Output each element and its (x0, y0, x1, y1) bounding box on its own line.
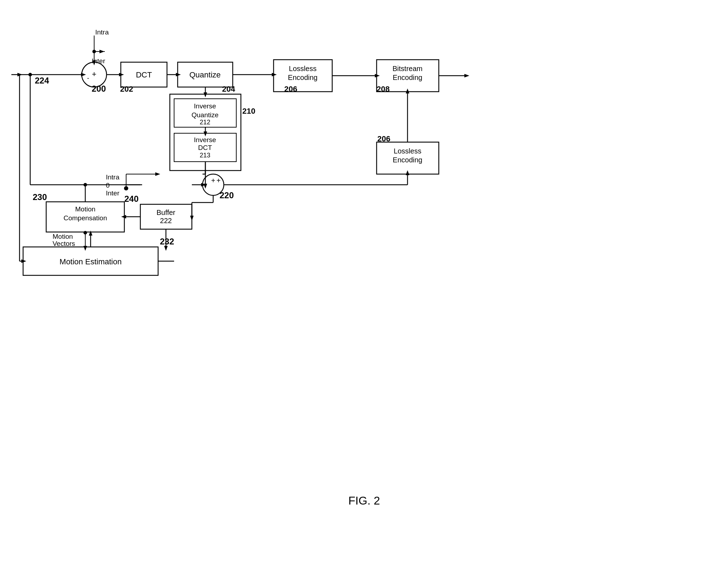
lossless-encoding-right-label1: Lossless (394, 147, 421, 155)
buffer-label2: 222 (160, 217, 172, 225)
lossless-encoding-right-label2: Encoding (393, 156, 422, 164)
bitstream-encoding-label2: Encoding (393, 74, 422, 81)
inv-quantize-number: 212 (200, 119, 210, 126)
svg-text:+: + (92, 70, 97, 79)
inv-quantize-label2: Quantize (192, 111, 219, 119)
label-224: 224 (35, 76, 49, 85)
label-202: 202 (120, 85, 133, 93)
intra-label-top: Intra (95, 28, 109, 36)
figure-caption: FIG. 2 (349, 494, 380, 507)
label-206-top: 206 (284, 85, 297, 93)
lossless-encoding-top-label2: Encoding (288, 74, 317, 81)
label-230: 230 (33, 192, 47, 202)
inter-label: Inter (92, 57, 106, 65)
svg-rect-0 (0, 0, 728, 577)
label-220: 220 (220, 190, 234, 200)
bitstream-encoding-label1: Bitstream (393, 65, 422, 72)
inv-quantize-label1: Inverse (194, 102, 216, 110)
inv-dct-label1: Inverse (194, 136, 216, 144)
motion-vectors-label: Motion (53, 233, 73, 240)
label-206-right: 206 (377, 134, 390, 143)
diagram-container: + - DCT Quantize Lossless Encoding Bitst… (0, 0, 728, 577)
lossless-encoding-top-label1: Lossless (289, 65, 317, 72)
buffer-label1: Buffer (157, 209, 176, 216)
label-208: 208 (377, 85, 390, 93)
label-200: 200 (92, 84, 106, 93)
dct-label: DCT (136, 70, 152, 79)
svg-text:-: - (87, 75, 89, 82)
motion-compensation-label2: Compensation (64, 214, 107, 222)
inv-dct-number: 213 (200, 152, 210, 159)
motion-estimation-label: Motion Estimation (60, 257, 122, 266)
svg-text:+: + (216, 177, 221, 184)
junction-dot-input (28, 73, 32, 76)
label-240: 240 (124, 194, 139, 204)
motion-compensation-label1: Motion (75, 205, 95, 213)
svg-point-20 (83, 231, 87, 234)
label-210: 210 (242, 107, 255, 115)
label-232: 232 (160, 237, 174, 246)
zero-label-240: 0 (106, 182, 110, 189)
intra-label-240: Intra (106, 173, 119, 181)
label-204: 204 (222, 85, 235, 93)
svg-text:+: + (211, 177, 215, 184)
inter-label-240: Inter (106, 189, 120, 197)
motion-vectors-label2: Vectors (53, 240, 75, 247)
inv-dct-label2: DCT (198, 144, 212, 151)
quantize-label: Quantize (189, 70, 221, 79)
